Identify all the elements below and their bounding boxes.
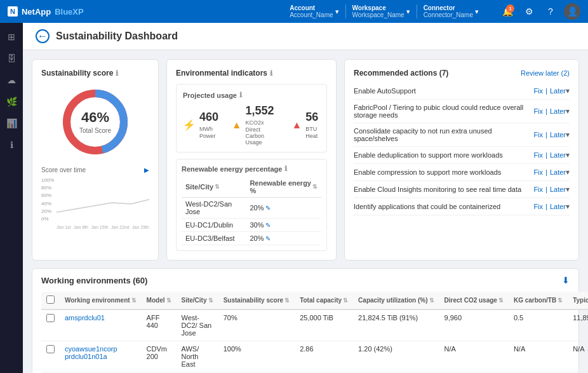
connector-label: Connector <box>424 4 473 11</box>
sidebar-icon-storage[interactable]: 🗄 <box>3 50 20 67</box>
edit-icon[interactable]: ✎ <box>265 235 271 242</box>
user-icon-button[interactable]: 👤 <box>564 3 580 20</box>
action-later-link[interactable]: Later <box>550 131 566 139</box>
edit-icon[interactable]: ✎ <box>265 222 271 229</box>
renewable-info-icon[interactable]: ℹ <box>284 165 287 173</box>
action-expand-icon[interactable]: ▾ <box>566 130 570 139</box>
sidebar-icon-leaf[interactable]: 🌿 <box>3 93 20 111</box>
donut-chart: 46% Total Score <box>41 84 149 160</box>
top-nav: N NetApp BlueXP Account Account_Name ▾ W… <box>0 0 588 23</box>
carbon-metric: ▲ 1,552 KCO2x Direct Carbon Usage <box>232 104 279 146</box>
action-fix-link[interactable]: Fix <box>533 168 543 176</box>
th-col: Working environment ⇅ <box>60 292 142 309</box>
action-fix-link[interactable]: Fix <box>533 186 543 193</box>
action-links: Fix | Later <box>533 131 566 139</box>
action-item: Enable deduplication to support more wor… <box>354 147 570 164</box>
account-nav-item[interactable]: Account Account_Name ▾ <box>283 4 345 18</box>
action-later-link[interactable]: Later <box>550 203 566 210</box>
power-label: Power <box>199 133 219 139</box>
donut-center: 46% Total Score <box>79 109 111 135</box>
action-links: Fix | Later <box>533 151 566 159</box>
netapp-label: NetApp <box>22 7 51 17</box>
action-later-link[interactable]: Later <box>550 87 566 95</box>
carbon-label: Direct Carbon Usage <box>246 126 279 146</box>
sparkline-container: 100% 80% 60% 40% 20% 0% <box>41 177 149 222</box>
renewable-value: 20% ✎ <box>246 232 321 245</box>
usage-metrics: ⚡ 460 MWh Power ▲ 1,552 <box>183 104 320 146</box>
help-icon-button[interactable]: ? <box>542 3 559 20</box>
score-info-icon[interactable]: ℹ <box>116 69 118 78</box>
action-expand-icon[interactable]: ▾ <box>566 151 570 159</box>
review-later-button[interactable]: Review later (2) <box>521 69 570 77</box>
row-checkbox[interactable] <box>46 314 55 322</box>
action-text: Enable deduplication to support more wor… <box>354 151 528 159</box>
sidebar-icon-chart[interactable]: 📊 <box>3 114 20 132</box>
action-later-link[interactable]: Later <box>550 151 566 159</box>
heat-label: Heat <box>305 133 320 139</box>
score-card: Sustainability score ℹ 4 <box>32 59 159 261</box>
row-checkbox[interactable] <box>46 345 55 353</box>
action-later-link[interactable]: Later <box>550 107 566 115</box>
score-over-time-expand[interactable]: ▶ <box>144 166 149 173</box>
action-fix-link[interactable]: Fix <box>533 131 543 139</box>
action-later-link[interactable]: Later <box>550 168 566 176</box>
carbon-value: 1,552 <box>246 104 274 117</box>
edit-icon[interactable]: ✎ <box>265 205 271 212</box>
action-expand-icon[interactable]: ▾ <box>566 86 570 95</box>
action-fix-link[interactable]: Fix <box>533 203 543 210</box>
bell-icon-button[interactable]: 🔔 1 <box>499 3 516 20</box>
row-checkbox-cell <box>41 309 60 341</box>
row-kg-carbon: N/A <box>509 341 568 372</box>
th-col: Direct CO2 usage ⇅ <box>439 292 509 309</box>
renewable-value: 30% ✎ <box>246 219 321 232</box>
connector-name: Connector_Name <box>424 11 473 18</box>
action-later-link[interactable]: Later <box>550 186 566 193</box>
env-info-icon[interactable]: ℹ <box>270 69 272 78</box>
action-expand-icon[interactable]: ▾ <box>566 107 570 116</box>
action-links: Fix | Later <box>533 168 566 176</box>
download-icon[interactable]: ⬇ <box>562 275 570 285</box>
row-co2: 9,960 <box>439 309 509 341</box>
action-fix-link[interactable]: Fix <box>533 87 543 95</box>
action-fix-link[interactable]: Fix <box>533 151 543 159</box>
row-utilization: 21,824.5 TiB (91%) <box>353 309 439 341</box>
projected-info-icon[interactable]: ℹ <box>239 91 242 99</box>
account-name: Account_Name <box>290 11 333 18</box>
action-separator: | <box>545 203 547 210</box>
pct-sort-icon: ⇅ <box>312 184 317 190</box>
action-links: Fix | Later <box>533 203 566 210</box>
action-expand-icon[interactable]: ▾ <box>566 185 570 194</box>
sparkline-area: Jan 1stJan 8thJan 15thJan 22ndJan 29th <box>57 177 149 222</box>
th-col: Model ⇅ <box>142 292 177 309</box>
settings-icon-button[interactable]: ⚙ <box>521 3 537 20</box>
score-card-title: Sustainability score ℹ <box>41 69 149 78</box>
back-button[interactable]: ← <box>36 29 50 43</box>
action-separator: | <box>545 107 547 115</box>
workspace-nav-item[interactable]: Workspace Workspace_Name ▾ <box>346 4 417 18</box>
action-separator: | <box>545 168 547 176</box>
row-co2: N/A <box>439 341 509 372</box>
select-all-checkbox[interactable] <box>46 295 55 304</box>
sidebar-icon-cloud[interactable]: ☁ <box>3 71 20 89</box>
env-link[interactable]: cyoawsue1ncorp prdclu01n01a <box>65 345 117 360</box>
sort-icon: ⇅ <box>166 297 171 304</box>
row-score: 100% <box>218 341 295 372</box>
action-expand-icon[interactable]: ▾ <box>566 202 570 211</box>
sidebar-icon-info[interactable]: ℹ <box>3 136 20 154</box>
renewable-site: EU-DC1/Dublin <box>182 219 246 232</box>
page-header: ← Sustainability Dashboard <box>23 23 588 50</box>
action-text: Enable AutoSupport <box>354 87 528 95</box>
sort-icon: ⇅ <box>429 297 434 304</box>
sidebar-icon-home[interactable]: ⊞ <box>3 28 20 46</box>
connector-nav-item[interactable]: Connector Connector_Name ▾ <box>417 4 485 18</box>
renewable-value: 20% ✎ <box>246 198 321 219</box>
power-metric: ⚡ 460 MWh Power <box>183 104 219 146</box>
th-col: Typical kWh usage ⇅ <box>568 292 588 309</box>
action-fix-link[interactable]: Fix <box>533 107 543 115</box>
action-item: FabricPool / Tiering to pubic cloud coul… <box>354 100 570 123</box>
env-link[interactable]: amsprdclu01 <box>65 314 105 322</box>
renewable-row: EU-DC1/Dublin 30% ✎ <box>182 219 321 232</box>
layout: ⊞ 🗄 ☁ 🌿 📊 ℹ ← Sustainability Dashboard S… <box>0 23 588 373</box>
action-expand-icon[interactable]: ▾ <box>566 168 570 177</box>
sort-icon: ⇅ <box>498 297 504 304</box>
